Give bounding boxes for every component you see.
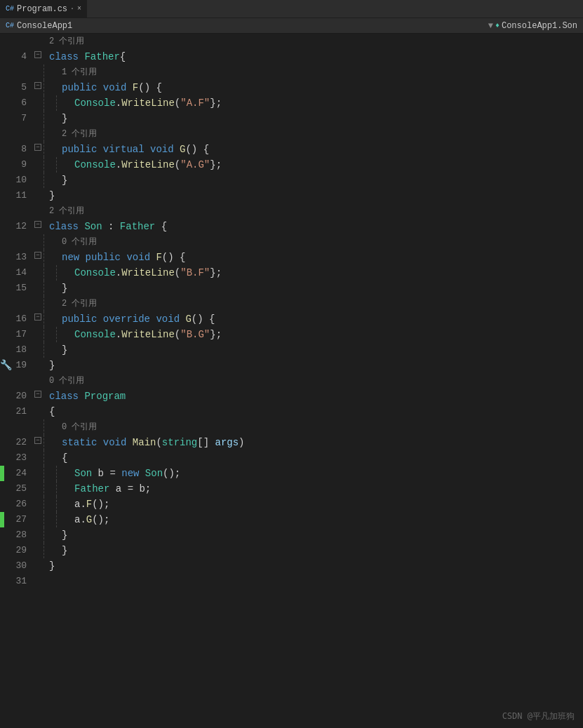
collapse-button — [32, 466, 43, 481]
code-line: 15} — [0, 281, 583, 296]
code-content: { — [43, 404, 583, 419]
collapse-icon[interactable]: − — [34, 391, 41, 398]
dashed-indent-line — [43, 111, 56, 126]
collapse-button — [32, 65, 43, 80]
dashed-indent-line — [43, 65, 56, 80]
collapse-button — [32, 265, 43, 281]
code-line: 2 个引用 — [0, 34, 583, 49]
code-content: } — [43, 558, 583, 574]
line-number — [4, 296, 32, 311]
reference-hint: 0 个引用 — [43, 373, 84, 389]
dashed-indent-line — [43, 265, 56, 281]
code-line: 20−class Program — [0, 389, 583, 404]
code-line: 10} — [0, 173, 583, 188]
collapse-button[interactable]: − — [32, 80, 43, 95]
line-number: 9 — [4, 157, 32, 173]
collapse-icon[interactable]: − — [34, 51, 41, 58]
dashed-indent-line — [56, 327, 69, 342]
code-line: 12−class Son : Father { — [0, 219, 583, 234]
collapse-icon[interactable]: − — [34, 82, 41, 89]
collapse-icon[interactable]: − — [34, 144, 41, 151]
dashed-indent-line — [43, 173, 56, 188]
indent-container: Son b = new Son(); — [43, 466, 583, 481]
code-line: 29} — [0, 543, 583, 558]
collapse-button[interactable]: − — [32, 389, 43, 404]
tab-filename: Program.cs — [17, 4, 67, 14]
collapse-button[interactable]: − — [32, 435, 43, 450]
collapse-button — [32, 95, 43, 111]
dashed-indent-line — [56, 481, 69, 497]
code-content: static void Main(string[] args) — [56, 435, 583, 450]
code-line: 5−public void F() { — [0, 80, 583, 95]
dashed-indent-line — [43, 327, 56, 342]
code-line: 9Console.WriteLine("A.G"}; — [0, 157, 583, 173]
indent-container: class Father{ — [43, 49, 583, 65]
code-line: 30} — [0, 558, 583, 574]
code-line: 2 个引用 — [0, 296, 583, 311]
indent-container: static void Main(string[] args) — [43, 435, 583, 450]
code-line: 22−static void Main(string[] args) — [0, 435, 583, 450]
dashed-indent-line — [56, 95, 69, 111]
code-line: 4−class Father{ — [0, 49, 583, 65]
collapse-button[interactable]: − — [32, 250, 43, 265]
collapse-button — [32, 512, 43, 527]
collapse-icon[interactable]: − — [34, 314, 41, 321]
indent-container: } — [43, 173, 583, 188]
dashed-indent-line — [56, 466, 69, 481]
reference-hint: 2 个引用 — [43, 34, 84, 49]
collapse-icon[interactable]: − — [34, 437, 41, 444]
code-line: 0 个引用 — [0, 234, 583, 250]
code-line: 1 个引用 — [0, 65, 583, 80]
collapse-button[interactable]: − — [32, 219, 43, 234]
code-content: Console.WriteLine("B.G"}; — [69, 327, 583, 342]
breadcrumb-project[interactable]: ConsoleApp1 — [17, 21, 72, 31]
collapse-button[interactable]: − — [32, 49, 43, 65]
tab-close-button[interactable]: × — [77, 5, 81, 13]
breadcrumb-class: ConsoleApp1.Son — [502, 21, 577, 31]
indent-container: 0 个引用 — [43, 234, 583, 250]
indent-container: } — [43, 188, 583, 203]
indent-container: 0 个引用 — [43, 373, 583, 389]
code-line: 21{ — [0, 404, 583, 419]
breadcrumb-icon: C# — [6, 22, 14, 29]
line-number: 21 — [4, 404, 32, 419]
collapse-icon[interactable]: − — [34, 252, 41, 259]
indent-container: } — [43, 543, 583, 558]
line-number: 5 — [4, 80, 32, 95]
indent-container: Father a = b; — [43, 481, 583, 497]
collapse-button — [32, 358, 43, 373]
indent-container: { — [43, 450, 583, 466]
line-number: 29 — [4, 543, 32, 558]
code-line: 23{ — [0, 450, 583, 466]
dashed-indent-line — [43, 80, 56, 95]
code-line: 7} — [0, 111, 583, 126]
code-content: Console.WriteLine("A.F"}; — [69, 95, 583, 111]
collapse-button[interactable]: − — [32, 142, 43, 157]
collapse-button — [32, 574, 43, 589]
breadcrumb-dropdown[interactable]: ▼ ♦ ConsoleApp1.Son — [488, 21, 577, 31]
dashed-indent-line — [43, 342, 56, 358]
indent-container: public void F() { — [43, 80, 583, 95]
line-number: 14 — [4, 265, 32, 281]
wrench-icon[interactable]: 🔧 — [0, 359, 12, 371]
code-content: a.G(); — [69, 512, 583, 527]
dashed-indent-line — [43, 481, 56, 497]
code-line: 31 — [0, 574, 583, 589]
dashed-indent-line — [43, 527, 56, 543]
indent-container: 2 个引用 — [43, 34, 583, 49]
collapse-button — [32, 342, 43, 358]
indent-container: } — [43, 342, 583, 358]
indent-container: new public void F() { — [43, 250, 583, 265]
code-line: 25Father a = b; — [0, 481, 583, 497]
collapse-button[interactable]: − — [32, 311, 43, 327]
code-content: } — [56, 173, 583, 188]
reference-hint: 2 个引用 — [43, 203, 84, 219]
code-area: 2 个引用4−class Father{1 个引用5−public void F… — [0, 34, 583, 728]
code-line: 0 个引用 — [0, 419, 583, 435]
collapse-icon[interactable]: − — [34, 221, 41, 228]
indent-container: a.F(); — [43, 497, 583, 512]
indent-container: 2 个引用 — [43, 126, 583, 142]
line-number: 27 — [4, 512, 32, 527]
file-tab[interactable]: C# Program.cs · × — [0, 0, 88, 18]
code-line: 17Console.WriteLine("B.G"}; — [0, 327, 583, 342]
